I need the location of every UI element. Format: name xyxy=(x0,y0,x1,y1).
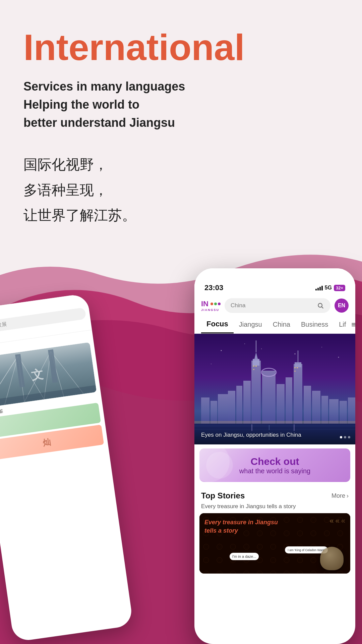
chevron-right-icon: › xyxy=(347,492,349,499)
back-bridge-overlay-text: 文 xyxy=(30,366,44,384)
story-card-image: Every treasure in Jiangsu tells a story … xyxy=(199,513,350,574)
story-card-title: Every treasure in Jiangsu tells a story xyxy=(204,518,278,535)
banner-dot-1 xyxy=(340,436,342,438)
city-banner: Eyes on Jiangsu, opportunities in China xyxy=(194,334,355,444)
top-stories-header: Top Stories More › xyxy=(194,486,355,503)
phone-front: 23:03 5G 32+ IN xyxy=(194,268,355,644)
pottery-visual xyxy=(320,547,344,570)
svg-point-20 xyxy=(261,348,262,349)
chinese-text: 国际化视野， 多语种呈现， 让世界了解江苏。 xyxy=(23,152,339,228)
lang-badge[interactable]: EN xyxy=(335,299,349,313)
banner-caption: Eyes on Jiangsu, opportunities in China xyxy=(201,432,301,438)
search-bar[interactable]: China xyxy=(225,298,330,313)
svg-rect-56 xyxy=(269,425,269,430)
svg-rect-46 xyxy=(253,369,254,370)
svg-point-11 xyxy=(318,303,322,307)
signal-icon xyxy=(315,285,323,290)
logo-dot-green xyxy=(214,303,217,305)
svg-rect-23 xyxy=(218,394,228,424)
top-stories-title: Top Stories xyxy=(201,491,245,500)
nav-jiangsu[interactable]: Jiangsu xyxy=(234,317,267,332)
svg-rect-45 xyxy=(255,366,257,367)
svg-rect-34 xyxy=(286,377,292,424)
svg-rect-25 xyxy=(236,386,242,424)
svg-rect-43 xyxy=(348,397,355,424)
top-stories-desc: Every treasure in Jiangsu tells a story xyxy=(194,503,355,513)
svg-rect-9 xyxy=(48,349,58,383)
svg-rect-40 xyxy=(321,396,328,424)
svg-rect-27 xyxy=(251,361,261,424)
svg-point-15 xyxy=(244,343,245,344)
checkout-subtitle: what the world is saying xyxy=(239,467,310,475)
battery-badge: 32+ xyxy=(334,285,345,291)
phone-back: IN 🔍 江苏发展 推荐 现 政事 xyxy=(0,293,133,642)
svg-rect-36 xyxy=(295,362,301,367)
banner-dot-2 xyxy=(344,436,346,438)
svg-rect-44 xyxy=(253,366,254,367)
svg-rect-49 xyxy=(294,371,296,372)
back-search-text: 江苏发展 xyxy=(0,321,7,330)
logo-dots xyxy=(210,303,221,305)
phone-notch xyxy=(245,268,305,279)
logo-dot-red xyxy=(210,303,213,305)
svg-rect-41 xyxy=(329,399,339,424)
svg-rect-21 xyxy=(201,397,209,424)
svg-point-17 xyxy=(321,347,322,347)
svg-line-12 xyxy=(322,307,323,309)
story-bubble-2: I am 'King of Celadon Ware' xyxy=(285,546,327,553)
app-nav: Focus Jiangsu China Business Lif ≡ xyxy=(194,316,355,334)
story-card[interactable]: Every treasure in Jiangsu tells a story … xyxy=(199,513,350,574)
nav-china[interactable]: China xyxy=(267,317,296,332)
subtitle: Services in many languages Helping the w… xyxy=(23,77,339,132)
status-time: 23:03 xyxy=(204,283,223,292)
svg-rect-39 xyxy=(312,391,320,424)
svg-point-14 xyxy=(221,350,222,351)
nav-menu-icon[interactable]: ≡ xyxy=(351,320,355,329)
svg-rect-47 xyxy=(294,367,296,368)
status-icons: 5G 32+ xyxy=(315,285,345,291)
network-badge: 5G xyxy=(325,285,332,291)
top-stories-more[interactable]: More › xyxy=(331,492,349,499)
checkout-title: Check out xyxy=(250,456,299,467)
svg-rect-42 xyxy=(340,401,347,424)
banner-dots xyxy=(340,436,350,438)
svg-rect-31 xyxy=(262,371,276,424)
svg-rect-8 xyxy=(15,354,25,387)
checkout-banner[interactable]: Check out what the world is saying xyxy=(199,448,350,482)
svg-point-18 xyxy=(338,357,339,358)
svg-rect-54 xyxy=(251,424,252,431)
logo-in-text: IN xyxy=(201,300,208,308)
nav-lif[interactable]: Lif xyxy=(334,317,351,332)
story-decorative-chevrons: « « « xyxy=(329,517,345,525)
logo-dot-purple xyxy=(218,303,221,305)
story-bubble-1: I'm in a daze... xyxy=(230,553,259,560)
svg-rect-28 xyxy=(253,359,259,366)
svg-rect-55 xyxy=(294,424,295,431)
search-placeholder-text: China xyxy=(231,302,314,309)
main-title: International xyxy=(23,27,339,67)
checkout-bg-circle-2 xyxy=(206,452,233,479)
svg-rect-26 xyxy=(243,381,251,424)
svg-rect-24 xyxy=(228,391,235,424)
svg-rect-38 xyxy=(304,386,311,424)
app-logo: IN JIANGSU xyxy=(201,300,221,312)
svg-rect-33 xyxy=(277,384,285,424)
nav-business[interactable]: Business xyxy=(296,317,334,332)
app-header: IN JIANGSU China EN xyxy=(194,296,355,316)
banner-dot-3 xyxy=(348,436,350,438)
search-icon xyxy=(316,302,324,310)
svg-rect-22 xyxy=(210,401,217,424)
svg-rect-48 xyxy=(297,367,298,368)
nav-focus[interactable]: Focus xyxy=(201,316,234,333)
svg-rect-35 xyxy=(294,364,302,424)
svg-point-19 xyxy=(211,364,212,364)
svg-point-16 xyxy=(295,354,296,355)
logo-sub-text: JIANGSU xyxy=(201,308,219,312)
svg-rect-50 xyxy=(194,421,355,424)
